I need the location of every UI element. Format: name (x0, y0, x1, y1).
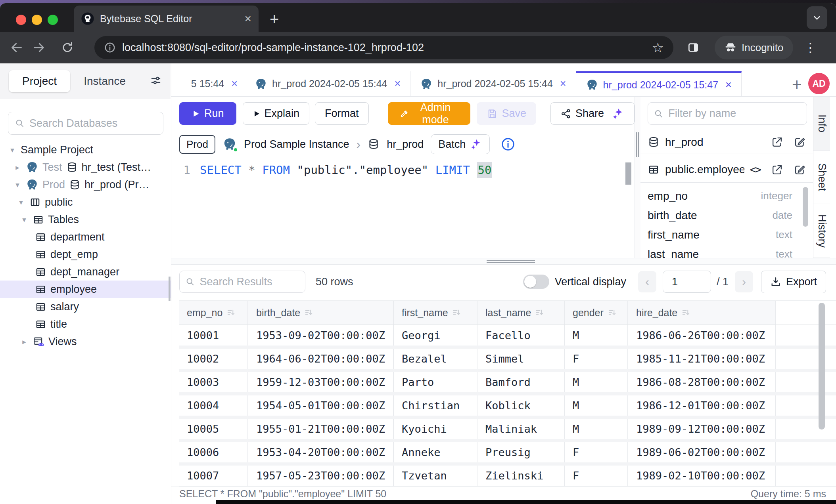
table-row[interactable]: 100041954-05-01T00:00:00ZChirstianKoblic… (179, 395, 836, 419)
external-link-icon[interactable] (771, 164, 783, 176)
page-number-input[interactable] (663, 271, 711, 293)
tree-item-title[interactable]: title (0, 315, 171, 333)
column-header-last_name[interactable]: last_name (477, 301, 565, 325)
instance-name[interactable]: Prod Sample Instance (244, 138, 349, 151)
share-button[interactable]: Share (550, 102, 635, 125)
results-splitter[interactable] (171, 258, 836, 265)
sheet-tab-1[interactable]: 5 15:44× (171, 71, 245, 96)
export-button[interactable]: Export (761, 271, 826, 293)
table-object-row[interactable]: public.employee <> (640, 158, 813, 181)
tree-item-views[interactable]: ▸Views (0, 333, 171, 350)
edit-icon[interactable] (794, 136, 806, 148)
database-object-row[interactable]: hr_prod (640, 131, 813, 153)
browser-tab[interactable]: Bytebase SQL Editor × (74, 6, 259, 32)
format-button[interactable]: Format (315, 102, 369, 125)
database-search-input[interactable] (29, 117, 157, 130)
side-tab-info[interactable]: Info (813, 97, 830, 151)
column-row-birth_date[interactable]: birth_datedate (648, 206, 806, 225)
editor-scrollbar[interactable] (625, 162, 631, 185)
tab-project[interactable]: Project (9, 70, 70, 92)
forward-button[interactable] (28, 36, 50, 59)
sort-icon[interactable] (304, 308, 313, 317)
next-page-button[interactable]: › (735, 271, 753, 292)
tab-instance[interactable]: Instance (70, 70, 139, 92)
column-header-gender[interactable]: gender (565, 301, 628, 325)
browser-tab-close-icon[interactable]: × (244, 13, 251, 25)
table-row[interactable]: 100011953-09-02T00:00:00ZGeorgiFacelloM1… (179, 325, 836, 349)
run-button[interactable]: Run (179, 102, 236, 125)
bookmark-star-icon[interactable]: ☆ (652, 40, 664, 55)
chevron-right-icon[interactable]: ▸ (20, 337, 29, 346)
table-row[interactable]: 100071957-05-23T00:00:00ZTzvetanZielinsk… (179, 466, 836, 489)
table-row[interactable]: 100031959-12-03T00:00:00ZPartoBamfordM19… (179, 372, 836, 395)
chevron-right-icon[interactable]: ▸ (13, 163, 22, 172)
window-minimize-button[interactable] (32, 15, 42, 25)
sort-icon[interactable] (608, 308, 617, 317)
window-zoom-button[interactable] (48, 15, 58, 25)
database-name[interactable]: hr_prod (387, 138, 424, 151)
admin-mode-button[interactable]: Admin mode (388, 102, 471, 125)
sheet-tab-4[interactable]: hr_prod 2024-02-05 15:47× (576, 71, 742, 96)
external-link-icon[interactable] (771, 136, 783, 148)
tree-item-employee[interactable]: employee (0, 281, 171, 298)
table-row[interactable]: 100051955-01-21T00:00:00ZKyoichiMaliniak… (179, 419, 836, 442)
vertical-display-toggle[interactable] (523, 275, 549, 289)
sort-icon[interactable] (535, 308, 544, 317)
tree-item-hr-prod-pr-[interactable]: ▾Prodhr_prod (Pr… (0, 176, 171, 193)
filter-box[interactable] (648, 102, 807, 125)
table-row[interactable]: 100061953-04-20T00:00:00ZAnnekePreusigF1… (179, 442, 836, 466)
tree-item-dept-manager[interactable]: dept_manager (0, 263, 171, 281)
tree-item-department[interactable]: department (0, 228, 171, 246)
reload-button[interactable] (56, 36, 79, 59)
sheet-tab-2[interactable]: hr_prod 2024-02-05 15:44× (245, 71, 410, 96)
edit-icon[interactable] (794, 164, 806, 176)
close-icon[interactable]: × (231, 78, 238, 90)
side-tab-history[interactable]: History (813, 204, 830, 258)
sort-icon[interactable] (681, 308, 690, 317)
browser-new-tab-button[interactable]: + (270, 10, 279, 28)
sort-icon[interactable] (452, 308, 461, 317)
chevron-down-icon[interactable]: ▾ (20, 215, 29, 224)
results-search-box[interactable] (179, 271, 305, 293)
filter-input[interactable] (668, 107, 801, 120)
filter-settings-button[interactable] (150, 74, 162, 88)
chevron-down-icon[interactable]: ▾ (13, 180, 22, 189)
tree-item-public[interactable]: ▾public (0, 193, 171, 211)
save-button[interactable]: Save (477, 102, 536, 125)
tree-item-sample-project[interactable]: ▾Sample Project (0, 141, 171, 158)
tree-item-salary[interactable]: salary (0, 298, 171, 315)
database-search-box[interactable] (8, 112, 163, 135)
tree-item-dept-emp[interactable]: dept_emp (0, 246, 171, 263)
close-icon[interactable]: × (395, 78, 401, 90)
chevron-down-icon[interactable]: ▾ (17, 198, 25, 207)
column-row-emp_no[interactable]: emp_nointeger (648, 186, 806, 206)
column-header-emp_no[interactable]: emp_no (179, 301, 248, 325)
new-sheet-button[interactable]: + (792, 75, 802, 94)
tree-item-tables[interactable]: ▾Tables (0, 211, 171, 228)
user-avatar[interactable]: AD (808, 73, 830, 94)
close-icon[interactable]: × (560, 78, 566, 90)
browser-menu-button[interactable]: ⋮ (804, 40, 817, 55)
info-icon[interactable] (501, 137, 515, 151)
sort-icon[interactable] (226, 308, 236, 317)
editor-panel-splitter[interactable] (635, 97, 640, 260)
table-row[interactable]: 100021964-06-02T00:00:00ZBezalelSimmelF1… (179, 349, 836, 372)
tree-item-hr-test-test-[interactable]: ▸Testhr_test (Test… (0, 158, 171, 176)
column-header-birth_date[interactable]: birth_date (248, 301, 394, 325)
side-tab-sheet[interactable]: Sheet (813, 151, 830, 204)
side-panel-button[interactable] (682, 36, 704, 59)
url-bar[interactable]: localhost:8080/sql-editor/prod-sample-in… (94, 36, 673, 59)
back-button[interactable] (6, 36, 28, 59)
window-close-button[interactable] (16, 15, 26, 25)
sql-code-line[interactable]: 1 SELECT * FROM "public"."employee" LIMI… (171, 163, 623, 177)
column-header-hire_date[interactable]: hire_date (628, 301, 776, 325)
tab-search-button[interactable] (807, 6, 827, 29)
prev-page-button[interactable]: ‹ (638, 271, 656, 292)
site-info-icon[interactable] (104, 42, 116, 53)
close-icon[interactable]: × (725, 79, 732, 91)
column-row-first_name[interactable]: first_nametext (648, 225, 806, 244)
column-list-scrollbar[interactable] (803, 187, 808, 227)
column-header-first_name[interactable]: first_name (394, 301, 477, 325)
chevron-down-icon[interactable]: ▾ (8, 145, 17, 155)
view-code-icon[interactable]: <> (750, 164, 761, 176)
